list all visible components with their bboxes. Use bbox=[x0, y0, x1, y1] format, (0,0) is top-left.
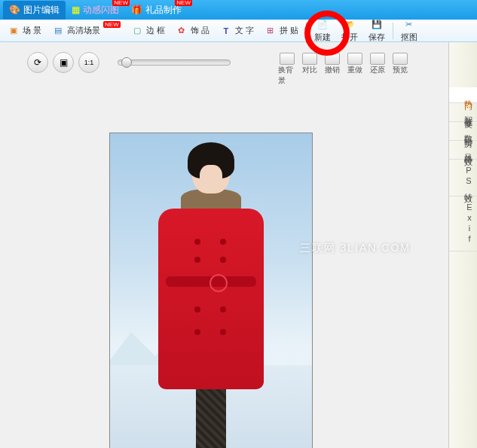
btn-label: 边 框 bbox=[146, 25, 165, 36]
lbl: 还原 bbox=[370, 65, 385, 75]
tab-image-edit[interactable]: 🎨 图片编辑 bbox=[3, 1, 66, 20]
face bbox=[200, 165, 222, 190]
undo-icon bbox=[325, 53, 340, 65]
lbl: 预览 bbox=[393, 65, 408, 75]
btn-label: 高清场景 bbox=[67, 25, 100, 36]
undo-button[interactable]: 撤销 bbox=[322, 51, 343, 87]
redo-icon bbox=[347, 53, 362, 65]
new-button[interactable]: 📄 新建 bbox=[310, 17, 335, 44]
palette-icon: 🎨 bbox=[9, 5, 20, 15]
border-button[interactable]: ▢ 边 框 bbox=[127, 23, 170, 38]
open-folder-icon: 📂 bbox=[344, 19, 356, 31]
save-disk-icon: 💾 bbox=[371, 19, 383, 31]
head bbox=[192, 148, 230, 194]
tab-label: 图片编辑 bbox=[23, 4, 60, 17]
btn-label: 场 景 bbox=[23, 25, 41, 36]
coat-button bbox=[220, 257, 226, 263]
main-toolbar: ▣ 场 景 ▤ 高清场景 NEW ▢ 边 框 ✿ 饰 品 T 文 字 ⊞ 拼 贴… bbox=[0, 20, 477, 42]
cutout-button[interactable]: ✂ 抠图 bbox=[396, 17, 422, 44]
gift-icon: 🎁 bbox=[131, 5, 142, 15]
side-tab-exif[interactable]: Exif bbox=[449, 197, 477, 251]
btn-label: 打开 bbox=[341, 32, 358, 43]
btn-label: 保存 bbox=[368, 32, 385, 43]
preview-icon bbox=[393, 53, 408, 65]
lbl: 换背景 bbox=[278, 65, 296, 86]
coat-button bbox=[220, 306, 226, 312]
film-icon: ▦ bbox=[72, 5, 80, 15]
lbl: 对比 bbox=[302, 65, 317, 75]
save-button[interactable]: 💾 保存 bbox=[364, 17, 390, 44]
action-strip: 换背景 对比 撤销 重做 还原 预览 bbox=[277, 51, 411, 87]
legs bbox=[196, 389, 226, 448]
restore-button[interactable]: 还原 bbox=[367, 51, 388, 87]
coat-button bbox=[194, 306, 200, 312]
side-tab-hot[interactable]: 热门 bbox=[449, 87, 477, 103]
fit-icon: ▣ bbox=[60, 57, 68, 68]
text-button[interactable]: T 文 字 bbox=[216, 23, 258, 38]
zoom-slider[interactable] bbox=[118, 59, 231, 66]
coat-button bbox=[220, 329, 226, 335]
new-badge: NEW bbox=[103, 21, 121, 28]
side-tab-bar: 热门 智能修复 数码暗房 风格特效 PS特效 Exif bbox=[448, 42, 477, 448]
coat-button bbox=[194, 239, 200, 245]
text-icon: T bbox=[220, 25, 232, 37]
belt bbox=[166, 276, 256, 287]
refresh-icon: ⟳ bbox=[34, 57, 41, 68]
bg-icon bbox=[280, 53, 295, 65]
new-file-icon: 📄 bbox=[316, 19, 329, 31]
red-coat bbox=[158, 209, 264, 389]
actual-size-button[interactable]: 1:1 bbox=[78, 52, 99, 73]
side-tab-darkroom[interactable]: 数码暗房 bbox=[449, 122, 477, 141]
restore-icon bbox=[370, 53, 385, 65]
canvas-wrapper: ⟳ ▣ 1:1 换背景 对比 撤销 重做 还原 预览 bbox=[0, 42, 448, 448]
hd-scene-icon: ▤ bbox=[52, 25, 64, 37]
compare-button[interactable]: 对比 bbox=[299, 51, 320, 87]
btn-label: 抠图 bbox=[401, 32, 417, 43]
image-canvas[interactable] bbox=[109, 133, 313, 448]
change-bg-button[interactable]: 换背景 bbox=[277, 51, 298, 87]
collage-icon: ⊞ bbox=[264, 25, 277, 37]
hd-scene-button[interactable]: ▤ 高清场景 NEW bbox=[47, 23, 125, 38]
open-button[interactable]: 📂 打开 bbox=[337, 17, 362, 44]
separator bbox=[306, 23, 307, 39]
watermark-text: 三联网 3LIAN.COM bbox=[300, 242, 411, 255]
tab-anim-flash[interactable]: ▦ 动感闪图 NEW bbox=[66, 1, 125, 20]
scene-icon: ▣ bbox=[8, 25, 20, 37]
preview-button[interactable]: 预览 bbox=[390, 51, 411, 87]
ornament-icon: ✿ bbox=[176, 25, 188, 37]
scene-button[interactable]: ▣ 场 景 bbox=[3, 23, 46, 38]
btn-label: 新建 bbox=[314, 32, 331, 43]
coat-button bbox=[220, 239, 226, 245]
tab-gift-make[interactable]: 🎁 礼品制作 NEW bbox=[125, 1, 188, 20]
new-badge: NEW bbox=[175, 0, 192, 6]
separator bbox=[393, 23, 393, 39]
figure-model bbox=[151, 148, 271, 448]
coat-button bbox=[194, 257, 200, 263]
one-to-one-icon: 1:1 bbox=[84, 59, 94, 66]
content-area: ⟳ ▣ 1:1 换背景 对比 撤销 重做 还原 预览 bbox=[0, 42, 477, 448]
fit-screen-button[interactable]: ▣ bbox=[53, 52, 74, 73]
btn-label: 饰 品 bbox=[191, 25, 209, 36]
side-tab-smart-fix[interactable]: 智能修复 bbox=[449, 103, 477, 122]
coat-button bbox=[194, 329, 200, 335]
redo-button[interactable]: 重做 bbox=[344, 51, 365, 87]
cutout-icon: ✂ bbox=[403, 19, 415, 31]
refresh-button[interactable]: ⟳ bbox=[27, 52, 48, 73]
btn-label: 拼 贴 bbox=[280, 25, 298, 36]
lbl: 重做 bbox=[347, 65, 362, 75]
border-icon: ▢ bbox=[131, 25, 143, 37]
collage-button[interactable]: ⊞ 拼 贴 bbox=[260, 23, 303, 38]
btn-label: 文 字 bbox=[235, 25, 254, 36]
lbl: 撤销 bbox=[325, 65, 340, 75]
compare-icon bbox=[302, 53, 317, 65]
side-tab-ps-fx[interactable]: PS特效 bbox=[449, 160, 477, 197]
ornament-button[interactable]: ✿ 饰 品 bbox=[171, 23, 214, 38]
side-tab-style-fx[interactable]: 风格特效 bbox=[449, 141, 477, 160]
slider-thumb[interactable] bbox=[121, 57, 132, 68]
